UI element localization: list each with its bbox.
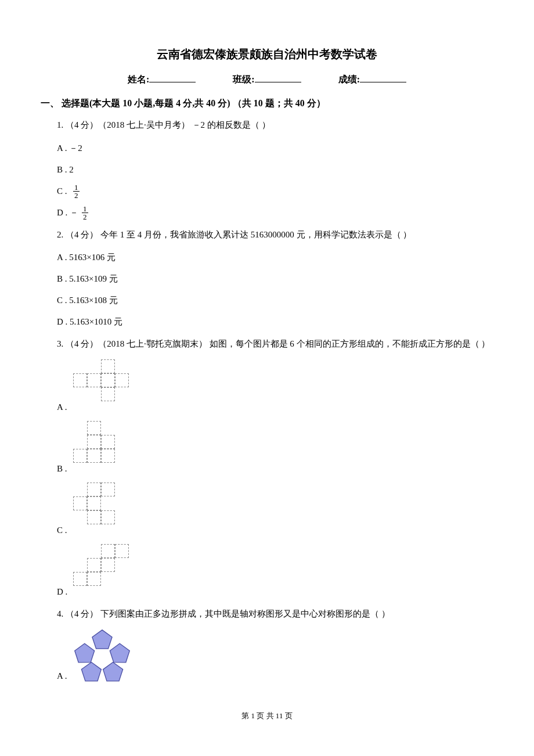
score-blank	[360, 73, 406, 82]
class-label: 班级:	[233, 74, 254, 84]
cube-net-icon	[73, 483, 157, 538]
q2-stem: 2. （4 分） 今年 1 至 4 月份，我省旅游收入累计达 516300000…	[57, 226, 493, 243]
q3-option-a: A .	[57, 359, 493, 415]
score-label: 成绩:	[338, 74, 360, 84]
q3-option-c: C .	[57, 483, 493, 538]
name-blank	[149, 73, 196, 82]
fraction-icon: 1 2	[82, 205, 88, 221]
q4-option-a: A .	[57, 629, 493, 684]
q3-stem: 3. （4 分）（2018 七上·鄂托克旗期末） 如图，每个图片都是 6 个相同…	[41, 336, 493, 352]
page-footer: 第 1 页 共 11 页	[0, 711, 534, 721]
pentagon-pattern-icon	[73, 629, 131, 684]
section-1-heading: 一、 选择题(本大题 10 小题,每题 4 分,共 40 分) （共 10 题；…	[41, 98, 493, 110]
q2-option-d: D . 5.163×1010 元	[57, 314, 493, 330]
page-title: 云南省德宏傣族景颇族自治州中考数学试卷	[41, 46, 493, 62]
q2-option-a: A . 5163×106 元	[57, 250, 493, 265]
q1-option-b: B . 2	[57, 162, 493, 178]
cube-net-icon	[73, 544, 157, 600]
q1-stem: 1. （4 分）（2018 七上·吴中月考） －2 的相反数是（ ）	[57, 117, 493, 134]
q2-option-b: B . 5.163×109 元	[57, 271, 493, 287]
cube-net-icon	[73, 359, 157, 415]
class-blank	[255, 73, 301, 82]
q3-option-d: D .	[57, 544, 493, 600]
q1-d-label: D . －	[57, 205, 78, 221]
q3-option-b: B .	[57, 421, 493, 477]
q1-option-c: C . 1 2	[57, 183, 493, 199]
name-label: 姓名:	[128, 74, 149, 84]
q4-stem: 4. （4 分） 下列图案由正多边形拼成，其中既是轴对称图形又是中心对称图形的是…	[57, 606, 493, 622]
q1-option-d: D . － 1 2	[57, 205, 493, 221]
q2-option-c: C . 5.163×108 元	[57, 293, 493, 308]
q1-option-a: A . －2	[57, 141, 493, 156]
q1-c-label: C .	[57, 183, 70, 199]
student-info-line: 姓名: 班级: 成绩:	[41, 73, 493, 86]
cube-net-icon	[73, 421, 157, 477]
fraction-icon: 1 2	[73, 183, 80, 199]
